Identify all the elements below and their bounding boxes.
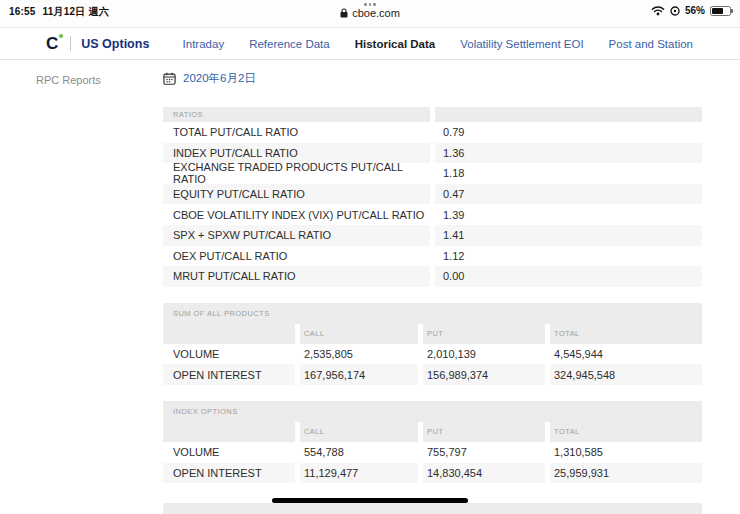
table-row: TOTAL PUT/CALL RATIO 0.79 <box>163 122 702 143</box>
nav-link-historical-data[interactable]: Historical Data <box>355 38 436 50</box>
sidebar-item-rpc-reports[interactable]: RPC Reports <box>36 74 163 86</box>
ratios-title: RATIOS <box>173 110 203 119</box>
battery-percent: 56% <box>685 5 705 16</box>
lock-icon <box>340 8 348 18</box>
brand-divider <box>70 36 71 51</box>
status-bar: 16:5511月12日 週六 cboe.com 56% <box>0 0 740 28</box>
date-picker[interactable]: 2020年6月2日 <box>163 71 702 85</box>
nav-link-volatility-settlement-eoi[interactable]: Volatility Settlement EOI <box>460 38 583 50</box>
table-row: OPEN INTEREST 11,129,477 14,830,454 25,9… <box>163 463 702 484</box>
table-row: EQUITY PUT/CALL RATIO 0.47 <box>163 184 702 205</box>
table-row: OEX PUT/CALL RATIO 1.12 <box>163 246 702 267</box>
col-header-total: TOTAL <box>554 427 580 436</box>
nav-link-reference-data[interactable]: Reference Data <box>249 38 330 50</box>
table-row: MRUT PUT/CALL RATIO 0.00 <box>163 266 702 287</box>
battery-icon <box>710 6 731 16</box>
ratios-header: RATIOS <box>163 107 702 122</box>
column-header-row: CALL PUT TOTAL <box>163 422 702 442</box>
status-right: 56% <box>651 3 731 16</box>
sidebar: RPC Reports <box>0 60 163 514</box>
page-content: RPC Reports 2020年6月2日 RATIOS <box>0 60 740 514</box>
col-header-put: PUT <box>427 329 443 338</box>
cboe-logo[interactable]: C <box>46 35 58 52</box>
logo-letter: C <box>46 34 58 53</box>
col-header-total: TOTAL <box>554 329 580 338</box>
table-row: VOLUME 554,788 755,797 1,310,585 <box>163 442 702 463</box>
url-text: cboe.com <box>352 7 400 19</box>
clock: 16:55 <box>9 6 36 17</box>
status-left: 16:5511月12日 週六 <box>9 3 116 19</box>
table-row: VOLUME 2,535,805 2,010,139 4,545,944 <box>163 344 702 365</box>
ratios-table: RATIOS TOTAL PUT/CALL RATIO 0.79 INDEX P… <box>163 107 702 287</box>
exchange-traded-products-title-bar: EXCHANGE TRADED PRODUCTS <box>163 503 702 514</box>
report-area: 2020年6月2日 RATIOS TOTAL PUT/CALL RATIO 0.… <box>163 60 702 514</box>
site-header: C US Options Intraday Reference Data His… <box>0 28 740 60</box>
column-header-row: CALL PUT TOTAL <box>163 324 702 344</box>
col-header-put: PUT <box>427 427 443 436</box>
col-header-call: CALL <box>304 329 325 338</box>
table-row: INDEX PUT/CALL RATIO 1.36 <box>163 143 702 164</box>
address-bar[interactable]: cboe.com <box>340 7 400 19</box>
wifi-icon <box>651 5 665 16</box>
table-row: EXCHANGE TRADED PRODUCTS PUT/CALL RATIO … <box>163 163 702 184</box>
table-row: SPX + SPXW PUT/CALL RATIO 1.41 <box>163 225 702 246</box>
table-title-bar: SUM OF ALL PRODUCTS <box>163 303 702 324</box>
index-options-table: INDEX OPTIONS CALL PUT TOTAL VOLUME 554,… <box>163 401 702 483</box>
table-row: OPEN INTEREST 167,956,174 156,989,374 32… <box>163 364 702 385</box>
brand[interactable]: C US Options <box>46 35 149 52</box>
orientation-lock-icon <box>670 6 680 16</box>
nav-links: Intraday Reference Data Historical Data … <box>183 38 693 50</box>
home-indicator[interactable] <box>272 498 468 503</box>
sum-of-all-products-table: SUM OF ALL PRODUCTS CALL PUT TOTAL VOLUM… <box>163 303 702 385</box>
brand-name: US Options <box>81 37 149 51</box>
table-title-bar: INDEX OPTIONS <box>163 401 702 422</box>
date-value: 2020年6月2日 <box>183 71 256 86</box>
nav-link-intraday[interactable]: Intraday <box>183 38 225 50</box>
col-header-call: CALL <box>304 427 325 436</box>
status-date: 11月12日 週六 <box>43 6 109 17</box>
table-row: CBOE VOLATILITY INDEX (VIX) PUT/CALL RAT… <box>163 204 702 225</box>
logo-dot-icon <box>59 34 63 38</box>
nav-link-post-and-station[interactable]: Post and Station <box>609 38 693 50</box>
calendar-icon <box>163 72 176 85</box>
